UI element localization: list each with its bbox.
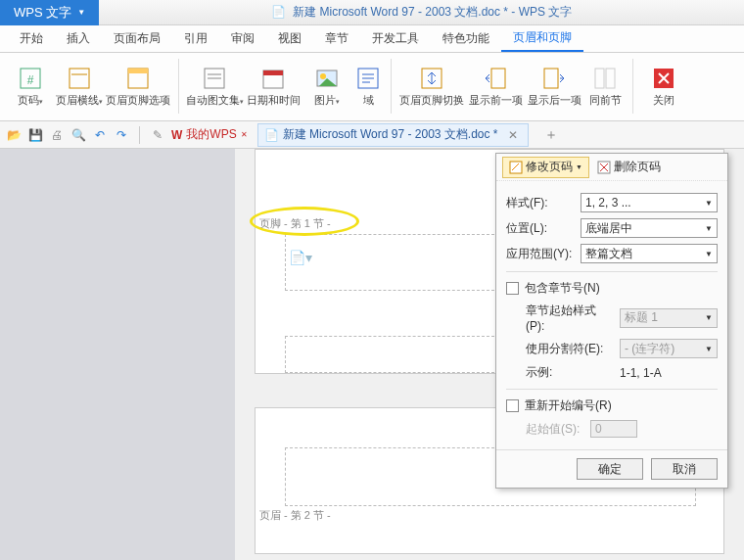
svg-point-12 bbox=[320, 73, 326, 79]
open-icon[interactable]: 📂 bbox=[6, 127, 22, 143]
start-value-input[interactable]: 0 bbox=[590, 420, 637, 438]
tab-special[interactable]: 特色功能 bbox=[431, 25, 501, 52]
page-number-icon: # bbox=[18, 66, 43, 91]
redo-icon[interactable]: ↷ bbox=[114, 127, 129, 143]
range-select[interactable]: 整篇文档▼ bbox=[581, 244, 718, 263]
auto-text-button[interactable]: 自动图文集▾ bbox=[185, 57, 244, 116]
restart-label: 重新开始编号(R) bbox=[525, 397, 612, 414]
svg-rect-10 bbox=[263, 70, 283, 75]
window-title: 📄 新建 Microsoft Word 97 - 2003 文档.doc * -… bbox=[99, 4, 744, 21]
range-label: 应用范围(Y): bbox=[506, 246, 575, 262]
new-tab-button[interactable]: ＋ bbox=[544, 126, 558, 144]
same-prev-icon bbox=[592, 66, 618, 91]
close-tab-icon[interactable]: ✕ bbox=[508, 128, 518, 142]
hf-options-icon bbox=[125, 66, 151, 91]
highlight-circle bbox=[250, 207, 359, 236]
tab-insert[interactable]: 插入 bbox=[55, 25, 102, 52]
position-label: 位置(L): bbox=[506, 220, 575, 237]
header-line-icon bbox=[67, 66, 92, 91]
ok-button[interactable]: 确定 bbox=[577, 458, 643, 480]
tab-start[interactable]: 开始 bbox=[8, 25, 55, 52]
start-value-label: 起始值(S): bbox=[526, 421, 584, 438]
svg-rect-22 bbox=[606, 69, 615, 88]
delete-page-number-button[interactable]: 删除页码 bbox=[591, 157, 667, 178]
hf-options-button[interactable]: 页眉页脚选项 bbox=[104, 57, 172, 116]
tab-dev-tools[interactable]: 开发工具 bbox=[360, 25, 431, 52]
style-label: 样式(F): bbox=[506, 195, 575, 211]
picture-button[interactable]: 图片▾ bbox=[302, 57, 351, 116]
svg-rect-20 bbox=[544, 69, 558, 88]
picture-icon bbox=[314, 66, 340, 91]
dialog-header: 修改页码 ▼ 删除页码 bbox=[496, 154, 727, 181]
style-select[interactable]: 1, 2, 3 ...▼ bbox=[581, 193, 718, 212]
header-line-button[interactable]: 页眉横线▾ bbox=[55, 57, 104, 116]
include-chapter-label: 包含章节号(N) bbox=[525, 280, 600, 297]
print-icon[interactable]: 🖨 bbox=[49, 127, 65, 143]
field-icon bbox=[355, 66, 381, 91]
show-prev-button[interactable]: 显示前一项 bbox=[466, 57, 525, 116]
svg-text:#: # bbox=[27, 73, 34, 87]
format-painter-icon[interactable]: ✎ bbox=[150, 127, 165, 143]
print-preview-icon[interactable]: 🔍 bbox=[70, 127, 86, 143]
title-bar: WPS 文字 ▼ 📄 新建 Microsoft Word 97 - 2003 文… bbox=[0, 0, 744, 25]
same-prev-button[interactable]: 同前节 bbox=[583, 57, 627, 116]
auto-text-icon bbox=[202, 66, 227, 91]
app-name: WPS 文字 bbox=[14, 4, 71, 22]
tab-header-footer[interactable]: 页眉和页脚 bbox=[501, 25, 583, 52]
close-hf-button[interactable]: 关闭 bbox=[639, 57, 688, 116]
document-tab[interactable]: 📄 新建 Microsoft Word 97 - 2003 文档.doc * ✕ bbox=[257, 123, 529, 147]
next-icon bbox=[541, 66, 567, 91]
chapter-style-label: 章节起始样式(P): bbox=[526, 303, 614, 333]
page-number-dialog: 修改页码 ▼ 删除页码 样式(F): 1, 2, 3 ...▼ 位置(L): 底… bbox=[495, 153, 728, 489]
hf-switch-icon bbox=[419, 66, 444, 91]
save-icon[interactable]: 💾 bbox=[27, 127, 43, 143]
doc-icon: 📄 bbox=[264, 128, 279, 142]
ribbon-tabs: 开始 插入 页面布局 引用 审阅 视图 章节 开发工具 特色功能 页眉和页脚 bbox=[0, 25, 744, 53]
field-button[interactable]: 域 bbox=[351, 57, 385, 116]
separator-select[interactable]: - (连字符)▼ bbox=[620, 339, 718, 358]
delete-icon bbox=[597, 161, 611, 174]
tab-view[interactable]: 视图 bbox=[266, 25, 313, 52]
svg-rect-24 bbox=[510, 162, 522, 173]
document-area: 页脚 - 第 1 节 - 📄▾ 页眉 - 第 2 节 - 修改页码 ▼ 删除页码… bbox=[0, 149, 744, 560]
svg-rect-2 bbox=[70, 69, 89, 88]
hf-switch-button[interactable]: 页眉页脚切换 bbox=[397, 57, 466, 116]
doc-icon: 📄 bbox=[271, 5, 286, 19]
wps-logo-icon: W bbox=[171, 128, 182, 142]
edit-icon bbox=[509, 161, 523, 174]
dialog-body: 样式(F): 1, 2, 3 ...▼ 位置(L): 底端居中▼ 应用范围(Y)… bbox=[496, 181, 727, 449]
example-value: 1-1, 1-A bbox=[620, 366, 662, 380]
show-next-button[interactable]: 显示后一项 bbox=[525, 57, 583, 116]
separator-label: 使用分割符(E): bbox=[526, 341, 614, 357]
include-chapter-checkbox[interactable] bbox=[506, 282, 519, 295]
position-select[interactable]: 底端居中▼ bbox=[581, 218, 718, 238]
tab-page-layout[interactable]: 页面布局 bbox=[102, 25, 172, 52]
left-gutter bbox=[0, 149, 235, 560]
page-number-button[interactable]: # 页码▾ bbox=[6, 57, 55, 116]
undo-icon[interactable]: ↶ bbox=[92, 127, 108, 143]
tab-references[interactable]: 引用 bbox=[172, 25, 219, 52]
date-time-button[interactable]: 日期和时间 bbox=[244, 57, 302, 116]
quick-access-bar: 📂 💾 🖨 🔍 ↶ ↷ ✎ W 我的WPS ✕ 📄 新建 Microsoft W… bbox=[0, 121, 744, 149]
svg-rect-19 bbox=[491, 69, 505, 88]
svg-rect-5 bbox=[128, 69, 148, 73]
prev-icon bbox=[483, 66, 508, 91]
example-label: 示例: bbox=[526, 364, 614, 381]
calendar-icon bbox=[260, 66, 286, 91]
cancel-button[interactable]: 取消 bbox=[651, 458, 718, 480]
tab-review[interactable]: 审阅 bbox=[219, 25, 266, 52]
dropdown-icon: ▼ bbox=[77, 8, 85, 17]
page-placeholder-icon: 📄▾ bbox=[289, 250, 312, 265]
close-icon bbox=[651, 66, 676, 91]
restart-numbering-checkbox[interactable] bbox=[506, 399, 519, 412]
header-section-tag: 页眉 - 第 2 节 - bbox=[259, 508, 331, 523]
chapter-style-select[interactable]: 标题 1▼ bbox=[620, 308, 718, 328]
ribbon: # 页码▾ 页眉横线▾ 页眉页脚选项 自动图文集▾ 日期和时间 图片▾ 域 bbox=[0, 53, 744, 121]
my-wps-button[interactable]: W 我的WPS ✕ bbox=[171, 126, 248, 143]
dialog-buttons: 确定 取消 bbox=[496, 449, 727, 488]
svg-rect-21 bbox=[595, 69, 604, 88]
app-menu-button[interactable]: WPS 文字 ▼ bbox=[0, 0, 99, 25]
dropdown-icon: ▼ bbox=[576, 163, 582, 170]
tab-chapters[interactable]: 章节 bbox=[313, 25, 360, 52]
modify-page-number-button[interactable]: 修改页码 ▼ bbox=[502, 157, 589, 178]
